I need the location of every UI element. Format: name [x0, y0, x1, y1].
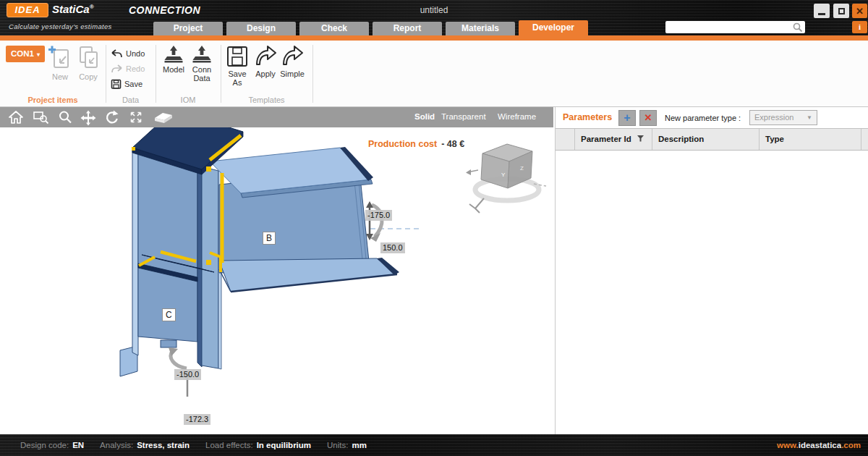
zoom-window-icon[interactable] — [33, 109, 50, 128]
zoom-fit-icon[interactable] — [128, 109, 144, 128]
save-as-label-1: Save — [228, 69, 246, 78]
ribbon-tabs: Project Design Check Report Materials De… — [153, 22, 588, 35]
analysis-label: Analysis: — [100, 441, 133, 449]
app-window: IDEA StatiCa® CONNECTION Calculate yeste… — [0, 0, 868, 456]
simple-label: Simple — [278, 70, 306, 79]
model-canvas[interactable]: Production cost- 48 € Y Z B C -175.0 150 — [0, 127, 553, 434]
info-button[interactable]: i — [852, 21, 867, 33]
solid-box-icon[interactable] — [153, 109, 174, 128]
save-as-template-button[interactable]: SaveAs — [224, 45, 251, 91]
search-box — [665, 21, 805, 33]
view-cube-axis-y: Y — [501, 172, 506, 178]
conn-data-button[interactable]: ConnData — [188, 45, 216, 91]
dimension-rotation-bottom[interactable]: -150.0 — [174, 369, 201, 380]
tab-materials[interactable]: Materials — [446, 22, 515, 35]
production-cost-value: - 48 € — [441, 139, 464, 149]
tab-project[interactable]: Project — [153, 22, 223, 35]
parameters-panel: Parameters + ✕ New parameter type : Expr… — [555, 107, 868, 434]
home-view-icon[interactable] — [8, 109, 24, 128]
design-code-value: EN — [72, 441, 84, 449]
minimize-icon — [818, 13, 825, 15]
status-bar: Design code:EN Analysis:Stress, strain L… — [0, 434, 868, 456]
column-parameter-id[interactable]: Parameter Id — [575, 129, 652, 150]
view-cube-axis-z: Z — [520, 165, 524, 172]
tab-developer[interactable]: Developer — [519, 20, 588, 35]
member-label-beam: B — [263, 232, 276, 245]
column-type-label: Type — [765, 135, 784, 143]
project-item-selector[interactable]: CON1▾ — [6, 46, 45, 62]
zoom-icon[interactable] — [57, 109, 73, 128]
tagline: Calculate yesterday's estimates — [9, 22, 112, 30]
view-cube[interactable]: Y Z — [465, 139, 550, 220]
website-link[interactable]: www.ideastatica.com — [777, 441, 861, 449]
conn-data-label-1: Conn — [192, 65, 211, 74]
load-effects-label: Load effects: — [205, 441, 253, 449]
redo-icon — [111, 64, 123, 73]
simple-template-button[interactable]: Simple — [278, 45, 306, 91]
new-document-icon — [48, 45, 72, 71]
undo-icon — [111, 49, 123, 58]
upload-model-icon — [162, 45, 185, 64]
conn-data-label-2: Data — [193, 74, 210, 83]
filter-icon[interactable] — [637, 135, 644, 142]
website-suffix: .com — [841, 441, 861, 449]
undo-button[interactable]: Undo — [111, 47, 145, 60]
model-label: Model — [160, 66, 187, 75]
mode-wireframe[interactable]: Wireframe — [498, 112, 536, 121]
redo-label: Redo — [126, 64, 145, 73]
status-design-code: Design code:EN — [20, 441, 84, 449]
new-item-label: New — [46, 73, 74, 82]
new-item-button[interactable]: New — [46, 45, 74, 91]
load-effects-value: In equilibrium — [257, 441, 311, 449]
units-value: mm — [352, 441, 366, 449]
redo-button[interactable]: Redo — [111, 62, 145, 75]
upload-conn-data-icon — [190, 45, 213, 64]
apply-label: Apply — [252, 70, 279, 79]
parameter-type-dropdown[interactable]: Expression ▼ — [749, 110, 817, 125]
apply-template-button[interactable]: Apply — [252, 45, 279, 91]
save-as-label-2: As — [233, 78, 242, 87]
tab-design[interactable]: Design — [226, 22, 296, 35]
mode-solid[interactable]: Solid — [414, 112, 435, 121]
chevron-down-icon: ▼ — [807, 111, 812, 124]
tab-check[interactable]: Check — [299, 22, 369, 35]
delete-parameter-button[interactable]: ✕ — [639, 110, 657, 126]
production-cost: Production cost- 48 € — [368, 139, 464, 149]
model-button[interactable]: Model — [160, 45, 187, 91]
status-analysis: Analysis:Stress, strain — [100, 441, 190, 449]
maximize-button[interactable] — [833, 4, 849, 18]
parameter-type-value: Expression — [754, 113, 793, 122]
copy-icon — [76, 45, 101, 71]
member-label-column: C — [162, 308, 176, 321]
search-input[interactable] — [668, 21, 790, 33]
design-code-label: Design code: — [20, 441, 69, 449]
column-description-label: Description — [658, 135, 704, 143]
save-as-icon — [226, 45, 249, 68]
column-description[interactable]: Description — [652, 129, 760, 150]
tab-report[interactable]: Report — [373, 22, 442, 35]
search-icon — [793, 22, 803, 33]
parameters-table-header: Parameter Id Description Type — [556, 128, 868, 151]
dimension-offset-bottom[interactable]: -172.3 — [184, 414, 210, 425]
minimize-button[interactable] — [814, 4, 830, 18]
column-type[interactable]: Type — [760, 129, 861, 150]
close-button[interactable]: ✕ — [852, 4, 867, 18]
column-parameter-id-label: Parameter Id — [581, 135, 631, 143]
copy-item-button[interactable]: Copy — [75, 45, 102, 91]
mode-transparent[interactable]: Transparent — [441, 112, 486, 121]
dimension-rotation-top[interactable]: -175.0 — [365, 210, 392, 221]
status-units: Units:mm — [327, 441, 367, 449]
add-parameter-button[interactable]: + — [618, 110, 636, 126]
dimension-offset-mid[interactable]: 150.0 — [380, 242, 405, 253]
viewport-toolbar: Solid Transparent Wireframe — [0, 107, 553, 127]
analysis-value: Stress, strain — [137, 441, 190, 449]
chevron-down-icon: ▾ — [37, 51, 40, 58]
production-cost-label: Production cost — [368, 139, 437, 149]
model-viewport: Solid Transparent Wireframe Production c… — [0, 107, 553, 434]
copy-item-label: Copy — [75, 73, 102, 82]
status-load-effects: Load effects:In equilibrium — [205, 441, 311, 449]
pan-icon[interactable] — [80, 109, 97, 130]
rotate-view-icon[interactable] — [103, 109, 119, 128]
apply-arrow-icon — [253, 45, 278, 68]
column-spacer — [861, 129, 868, 150]
